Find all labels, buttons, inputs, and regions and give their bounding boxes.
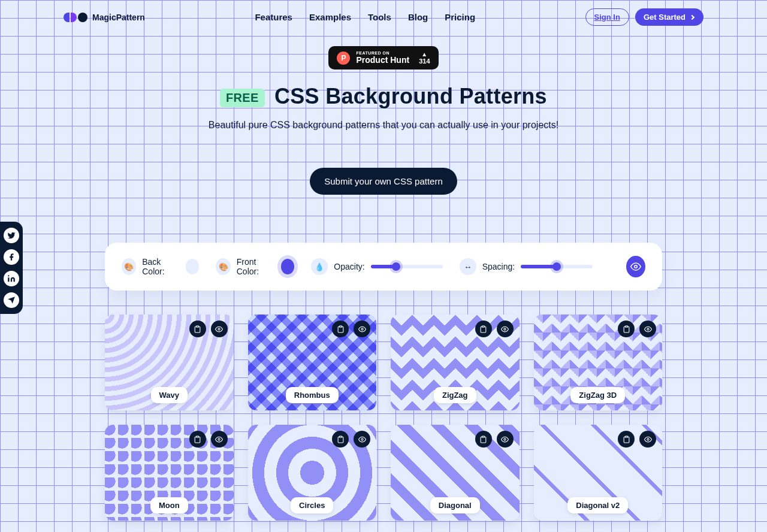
copy-button[interactable] bbox=[189, 431, 206, 448]
preview-button[interactable] bbox=[497, 321, 514, 337]
preview-button[interactable] bbox=[211, 431, 228, 448]
spacing-control: ↔ Spacing: bbox=[460, 258, 593, 275]
pattern-grid: Wavy Rhombus ZigZag ZigZag 3D Moon bbox=[105, 315, 662, 532]
front-color-control: 🎨 Front Color: bbox=[216, 257, 294, 276]
opacity-label: Opacity: bbox=[334, 262, 364, 271]
svg-rect-5 bbox=[482, 326, 484, 327]
copy-button[interactable] bbox=[475, 321, 492, 337]
page-title: FREE CSS Background Patterns bbox=[0, 84, 767, 109]
preview-toggle-button[interactable] bbox=[626, 256, 645, 277]
card-actions bbox=[475, 321, 514, 337]
clipboard-icon bbox=[337, 436, 345, 443]
opacity-control: 💧 Opacity: bbox=[311, 258, 442, 275]
nav-blog[interactable]: Blog bbox=[408, 12, 428, 22]
copy-button[interactable] bbox=[189, 321, 206, 337]
producthunt-logo-icon: P bbox=[337, 52, 350, 65]
copy-button[interactable] bbox=[475, 431, 492, 448]
eye-icon bbox=[501, 325, 509, 333]
back-color-control: 🎨 Back Color: bbox=[122, 257, 199, 276]
back-color-swatch[interactable] bbox=[186, 259, 200, 274]
card-actions bbox=[189, 321, 228, 337]
front-color-swatch[interactable] bbox=[281, 259, 295, 274]
eye-icon bbox=[501, 436, 509, 443]
telegram-icon bbox=[7, 296, 16, 304]
droplet-icon: 💧 bbox=[311, 258, 328, 275]
card-actions bbox=[618, 321, 656, 337]
palette-icon: 🎨 bbox=[216, 258, 230, 275]
preview-button[interactable] bbox=[354, 431, 370, 448]
nav-pricing[interactable]: Pricing bbox=[445, 12, 475, 22]
card-actions bbox=[332, 431, 370, 448]
spacing-label: Spacing: bbox=[482, 262, 515, 271]
eye-icon bbox=[644, 436, 652, 443]
preview-button[interactable] bbox=[211, 321, 228, 337]
svg-rect-11 bbox=[339, 436, 342, 437]
svg-rect-15 bbox=[625, 436, 627, 437]
linkedin-icon bbox=[7, 274, 16, 283]
pattern-name: Diagonal v2 bbox=[567, 497, 628, 513]
preview-button[interactable] bbox=[354, 321, 370, 337]
card-actions bbox=[618, 431, 656, 448]
pattern-card-diagonalv2[interactable]: Diagonal v2 bbox=[534, 425, 663, 521]
clipboard-icon bbox=[623, 436, 630, 443]
spacing-slider[interactable] bbox=[521, 265, 593, 268]
pattern-card-zigzag[interactable]: ZigZag bbox=[391, 315, 520, 410]
copy-button[interactable] bbox=[332, 431, 349, 448]
eye-icon bbox=[630, 261, 641, 272]
share-linkedin-button[interactable] bbox=[4, 271, 19, 286]
share-telegram-button[interactable] bbox=[4, 292, 19, 308]
opacity-slider[interactable] bbox=[371, 265, 443, 268]
clipboard-icon bbox=[337, 325, 345, 333]
clipboard-icon bbox=[194, 436, 201, 443]
svg-point-4 bbox=[361, 328, 363, 330]
pattern-card-zigzag3d[interactable]: ZigZag 3D bbox=[534, 315, 663, 410]
submit-pattern-button[interactable]: Submit your own CSS pattern bbox=[310, 168, 457, 195]
copy-button[interactable] bbox=[618, 321, 635, 337]
copy-button[interactable] bbox=[332, 321, 349, 337]
pattern-card-rhombus[interactable]: Rhombus bbox=[248, 315, 377, 410]
svg-point-8 bbox=[647, 328, 648, 330]
preview-button[interactable] bbox=[639, 321, 656, 337]
producthunt-upvote: ▲ 314 bbox=[419, 51, 430, 65]
eye-icon bbox=[215, 436, 223, 443]
nav-tools[interactable]: Tools bbox=[368, 12, 391, 22]
pattern-name: ZigZag bbox=[434, 387, 476, 403]
pattern-card-moon[interactable]: Moon bbox=[105, 425, 234, 521]
producthunt-badge[interactable]: P FEATURED ON Product Hunt ▲ 314 bbox=[328, 46, 438, 69]
copy-button[interactable] bbox=[618, 431, 635, 448]
pattern-name: Circles bbox=[291, 497, 333, 513]
svg-point-2 bbox=[218, 328, 220, 330]
palette-icon: 🎨 bbox=[122, 258, 136, 275]
logo-mark bbox=[64, 13, 87, 22]
signin-button[interactable]: Sign In bbox=[585, 8, 629, 26]
svg-point-10 bbox=[218, 438, 220, 440]
nav-features[interactable]: Features bbox=[255, 12, 292, 22]
nav-examples[interactable]: Examples bbox=[309, 12, 351, 22]
svg-point-16 bbox=[647, 438, 648, 440]
producthunt-name: Product Hunt bbox=[356, 56, 409, 65]
card-actions bbox=[475, 431, 514, 448]
social-share-rail bbox=[0, 222, 23, 314]
producthunt-text: FEATURED ON Product Hunt bbox=[356, 51, 409, 65]
clipboard-icon bbox=[194, 325, 201, 333]
card-actions bbox=[332, 321, 370, 337]
header-actions: Sign In Get Started bbox=[585, 8, 703, 26]
getstarted-button[interactable]: Get Started bbox=[635, 8, 703, 26]
eye-icon bbox=[358, 325, 366, 333]
svg-point-6 bbox=[504, 328, 506, 330]
preview-button[interactable] bbox=[639, 431, 656, 448]
share-facebook-button[interactable] bbox=[4, 249, 19, 265]
clipboard-icon bbox=[479, 325, 487, 333]
triangle-up-icon: ▲ bbox=[419, 51, 430, 58]
svg-point-0 bbox=[635, 265, 638, 268]
preview-button[interactable] bbox=[497, 431, 514, 448]
pattern-card-diagonal[interactable]: Diagonal bbox=[391, 425, 520, 521]
pattern-card-wavy[interactable]: Wavy bbox=[105, 315, 234, 410]
main-nav: Features Examples Tools Blog Pricing bbox=[255, 12, 475, 22]
share-twitter-button[interactable] bbox=[4, 228, 19, 243]
back-color-label: Back Color: bbox=[142, 257, 180, 276]
title-text: CSS Background Patterns bbox=[274, 84, 547, 108]
svg-point-12 bbox=[361, 438, 363, 440]
pattern-card-circles[interactable]: Circles bbox=[248, 425, 377, 521]
logo[interactable]: MagicPattern bbox=[64, 13, 145, 22]
